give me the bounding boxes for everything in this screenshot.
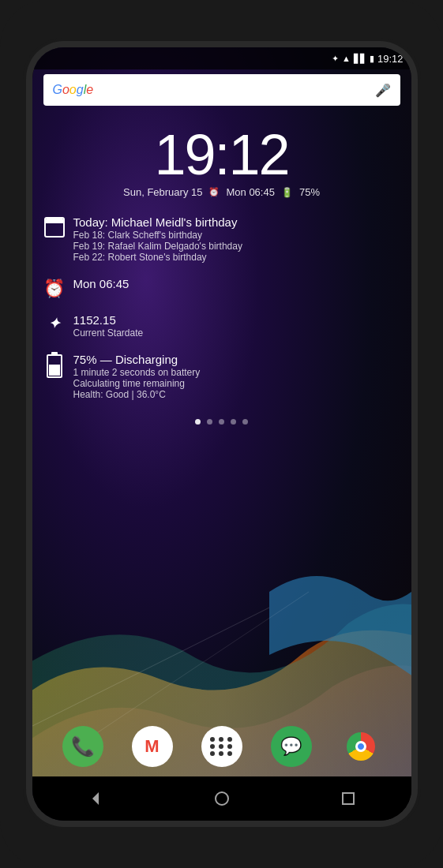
stardate-text: 1152.15 Current Stardate — [73, 313, 144, 339]
signal-icon: ▋▋ — [354, 54, 366, 64]
dock-gmail-button[interactable]: M — [132, 726, 173, 767]
alarm-widget: ⏰ Mon 06:45 — [43, 274, 400, 302]
clock-info-row: Sun, February 15 ⏰ Mon 06:45 🔋 75% — [43, 186, 400, 198]
dock: 📞 M 💬 — [32, 720, 411, 773]
battery-detail1: 1 minute 2 seconds on battery — [73, 367, 201, 378]
calendar-line2: Feb 19: Rafael Kalim Delgado's birthday — [73, 241, 242, 252]
clock-alarm: Mon 06:45 — [226, 186, 274, 198]
battery-icon: ▮ — [370, 54, 374, 64]
home-button[interactable] — [206, 783, 238, 814]
mic-icon[interactable]: 🎤 — [375, 83, 391, 98]
dock-applauncher-button[interactable] — [201, 726, 242, 767]
gmail-icon: M — [145, 736, 159, 757]
back-button[interactable] — [80, 783, 111, 814]
battery-widget: 75% — Discharging 1 minute 2 seconds on … — [43, 350, 400, 403]
stardate-widget: ✦ 1152.15 Current Stardate — [43, 310, 400, 342]
battery-title: 75% — Discharging — [73, 353, 201, 366]
battery-status-small: 🔋 — [281, 187, 293, 198]
chrome-icon — [347, 732, 375, 761]
bluetooth-icon: ✦ — [332, 54, 339, 64]
main-content: 19:12 Sun, February 15 ⏰ Mon 06:45 🔋 75% — [32, 110, 411, 403]
dot-3 — [231, 419, 236, 425]
dock-hangouts-button[interactable]: 💬 — [271, 726, 312, 767]
svg-marker-2 — [92, 792, 99, 805]
nav-bar — [32, 776, 411, 821]
calendar-line1: Feb 18: Clark Scheff's birthday — [73, 230, 242, 241]
home-icon — [214, 791, 230, 806]
wifi-icon: ▲ — [342, 54, 351, 63]
battery-icon-widget — [43, 354, 66, 382]
startrek-icon: ✦ — [43, 315, 66, 332]
dot-2 — [219, 419, 224, 425]
svg-rect-4 — [343, 793, 354, 804]
calendar-line3: Feb 22: Robert Stone's birthday — [73, 252, 242, 263]
search-bar[interactable]: Google 🎤 — [43, 74, 400, 106]
google-logo: Google — [53, 83, 375, 97]
alarm-icon: ⏰ — [43, 279, 66, 299]
status-time: 19:12 — [377, 53, 404, 65]
clock-minute: 12 — [229, 123, 289, 186]
calendar-title: Today: Michael Meidl's birthday — [73, 215, 242, 229]
battery-detail2: Calculating time remaining — [73, 378, 201, 389]
stardate-label: Current Stardate — [73, 327, 144, 339]
recents-icon — [341, 791, 355, 806]
recents-button[interactable] — [332, 783, 364, 814]
stardate-value: 1152.15 — [73, 313, 144, 327]
clock-display: 19:12 — [43, 126, 400, 183]
calendar-text: Today: Michael Meidl's birthday Feb 18: … — [73, 215, 242, 263]
calendar-icon-graphic — [44, 217, 65, 238]
clock-widget: 19:12 Sun, February 15 ⏰ Mon 06:45 🔋 75% — [43, 110, 400, 206]
phone-outer: ✦ ▲ ▋▋ ▮ 19:12 Google 🎤 19:12 Sun, Feb — [0, 0, 443, 868]
status-icons: ✦ ▲ ▋▋ ▮ 19:12 — [332, 53, 403, 65]
dot-4 — [242, 419, 248, 425]
hangouts-icon: 💬 — [280, 736, 302, 757]
status-bar: ✦ ▲ ▋▋ ▮ 19:12 — [32, 47, 411, 69]
dock-chrome-button[interactable] — [340, 726, 381, 767]
clock-date: Sun, February 15 — [123, 186, 202, 198]
calendar-icon — [43, 217, 66, 241]
battery-detail3: Health: Good | 36.0°C — [73, 389, 201, 400]
alarm-text: Mon 06:45 — [73, 277, 130, 290]
phone-icon: 📞 — [71, 735, 95, 758]
alarm-label: Mon 06:45 — [73, 277, 130, 290]
dock-phone-button[interactable]: 📞 — [62, 726, 103, 767]
battery-text: 75% — Discharging 1 minute 2 seconds on … — [73, 353, 201, 400]
dot-1 — [207, 419, 212, 425]
alarm-icon-small: ⏰ — [208, 187, 220, 197]
calendar-widget: Today: Michael Meidl's birthday Feb 18: … — [43, 212, 400, 266]
widget-section: Today: Michael Meidl's birthday Feb 18: … — [43, 212, 400, 403]
page-dots — [32, 419, 411, 425]
apps-grid-icon — [210, 737, 234, 756]
clock-battery: 75% — [299, 186, 320, 198]
back-icon — [88, 791, 103, 806]
clock-hour: 19 — [154, 123, 214, 186]
phone-body: ✦ ▲ ▋▋ ▮ 19:12 Google 🎤 19:12 Sun, Feb — [32, 47, 411, 821]
svg-point-3 — [216, 792, 228, 805]
dot-0 — [195, 419, 201, 425]
clock-colon: : — [214, 123, 228, 186]
